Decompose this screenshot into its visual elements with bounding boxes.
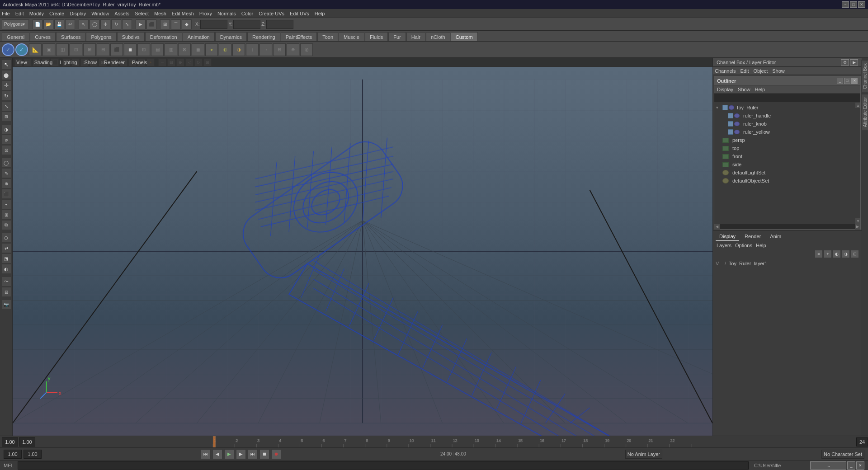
paint-weights-btn[interactable]: ◐ — [1, 264, 11, 274]
shelf-tab-subdivs[interactable]: Subdivs — [117, 32, 145, 41]
shelf-tab-deformation[interactable]: Deformation — [145, 32, 182, 41]
shelf-tab-toon[interactable]: Toon — [317, 32, 338, 41]
menu-mesh[interactable]: Mesh — [154, 11, 166, 16]
shelf-icon-19[interactable]: | — [246, 43, 259, 56]
shelf-icon-3[interactable]: 📐 — [29, 43, 42, 56]
lattice-btn[interactable]: ⬛ — [1, 189, 11, 199]
wrap-btn[interactable]: ⊞ — [1, 210, 11, 220]
layer-menu-help[interactable]: Help — [756, 243, 766, 248]
outliner-hscrollbar[interactable]: ◀ ▶ — [714, 224, 860, 229]
lasso-tool-btn[interactable]: ◯ — [90, 19, 99, 29]
expand-toy-ruler-icon[interactable]: ▾ — [716, 105, 721, 110]
minimize-button[interactable]: − — [842, 1, 849, 8]
no-char-set-dropdown[interactable]: No Character Set — [821, 450, 864, 459]
sculpt-btn[interactable]: ⌀ — [1, 135, 11, 145]
shelf-icon-16[interactable]: ● — [205, 43, 218, 56]
channel-box-settings-btn[interactable]: ⚙ — [841, 59, 849, 66]
shelf-icon-22[interactable]: ⊕ — [287, 43, 299, 56]
channel-box-tab[interactable]: Channel Box — [861, 60, 868, 92]
menu-normals[interactable]: Normals — [217, 11, 236, 16]
menu-proxy[interactable]: Proxy — [199, 11, 212, 16]
outliner-max-btn[interactable]: □ — [844, 78, 850, 84]
cb-menu-edit[interactable]: Edit — [740, 68, 749, 74]
shelf-tab-curves[interactable]: Curves — [30, 32, 56, 41]
shelf-icon-8[interactable]: ⊟ — [97, 43, 109, 56]
bind-btn[interactable]: ⬔ — [1, 254, 11, 263]
shelf-tab-surfaces[interactable]: Surfaces — [56, 32, 85, 41]
snap-point-btn[interactable]: ◆ — [182, 19, 192, 29]
menu-file[interactable]: File — [2, 11, 10, 16]
outliner-scroll-down-btn[interactable]: ▼ — [855, 218, 860, 224]
play-btn[interactable]: ▶ — [224, 449, 234, 459]
undo-btn[interactable]: ↩ — [65, 19, 75, 29]
outliner-scrollbar[interactable]: ▲ ▼ — [855, 103, 860, 224]
outliner-item-default-light-set[interactable]: defaultLightSet — [714, 169, 855, 177]
layer-tab-anim[interactable]: Anim — [766, 233, 785, 241]
attr-editor-tab[interactable]: Attribute Editor — [861, 94, 868, 130]
shelf-icon-7[interactable]: ⊞ — [83, 43, 96, 56]
menu-create-uvs[interactable]: Create UVs — [259, 11, 284, 16]
taskbar-close-btn[interactable]: ✕ — [856, 461, 864, 470]
shelf-tab-dynamics[interactable]: Dynamics — [215, 32, 247, 41]
outliner-item-toy-ruler[interactable]: ▾ Toy_Ruler — [714, 103, 855, 112]
menu-display[interactable]: Display — [70, 11, 86, 16]
shelf-icon-4[interactable]: ▣ — [42, 43, 55, 56]
move-tool-btn[interactable]: ✛ — [100, 19, 110, 29]
next-frame-btn[interactable]: ▶ — [236, 449, 246, 459]
ipr-btn[interactable]: ⬛ — [146, 19, 156, 29]
timeline-end-input[interactable]: 24 — [856, 437, 868, 446]
rotate-btn[interactable]: ↻ — [1, 91, 11, 101]
shelf-tab-custom[interactable]: Custom — [451, 32, 478, 41]
layer-tab-render[interactable]: Render — [741, 233, 764, 241]
outliner-close-btn[interactable]: ✕ — [851, 78, 858, 84]
wire-btn[interactable]: ⌁ — [1, 199, 11, 209]
menu-edit[interactable]: Edit — [15, 11, 24, 16]
layer-icon-5[interactable]: ⊡ — [851, 250, 859, 258]
render-btn[interactable]: ▶ — [136, 19, 146, 29]
joint-btn[interactable]: ⬡ — [1, 233, 11, 243]
cb-menu-show[interactable]: Show — [772, 68, 785, 74]
shelf-icon-6[interactable]: ⊡ — [70, 43, 82, 56]
select-btn[interactable]: ↖ — [1, 60, 11, 70]
blend-btn[interactable]: ⧉ — [1, 220, 11, 230]
channel-box-expand-btn[interactable]: ▶ — [850, 59, 858, 66]
outliner-item-ruler-handle[interactable]: ruler_handle — [714, 112, 855, 120]
save-file-btn[interactable]: 💾 — [54, 19, 64, 29]
cluster-btn[interactable]: ⊕ — [1, 179, 11, 188]
shelf-tab-hair[interactable]: Hair — [406, 32, 425, 41]
mode-dropdown[interactable]: Polygons▾ — [2, 19, 29, 29]
shelf-icon-5[interactable]: ◫ — [56, 43, 69, 56]
shelf-icon-13[interactable]: ▥ — [165, 43, 177, 56]
menu-create[interactable]: Create — [49, 11, 64, 16]
surface-btn[interactable]: ⊟ — [1, 287, 11, 297]
command-input[interactable] — [18, 461, 749, 470]
cb-menu-object[interactable]: Object — [753, 68, 768, 74]
cb-menu-channels[interactable]: Channels — [715, 68, 736, 74]
paint-btn[interactable]: ✎ — [1, 168, 11, 178]
menu-help[interactable]: Help — [315, 11, 325, 16]
close-button[interactable]: ✕ — [858, 1, 865, 8]
outliner-scroll-up-btn[interactable]: ▲ — [855, 103, 860, 108]
shelf-icon-14[interactable]: ⊠ — [178, 43, 191, 56]
shelf-icon-17[interactable]: ◐ — [219, 43, 231, 56]
menu-select[interactable]: Select — [135, 11, 149, 16]
timeline-current-input[interactable]: 1.00 — [19, 437, 35, 446]
playback-end-frame[interactable]: 1.00 — [24, 450, 42, 459]
viewport-menu-panels[interactable]: Panels — [132, 60, 147, 65]
menu-assets[interactable]: Assets — [114, 11, 129, 16]
stop-btn[interactable]: ⏹ — [259, 449, 269, 459]
next-key-btn[interactable]: ⏭ — [248, 449, 258, 459]
outliner-item-persp[interactable]: persp — [714, 136, 855, 144]
shelf-icon-9[interactable]: ⬛ — [110, 43, 123, 56]
outliner-min-btn[interactable]: _ — [837, 78, 843, 84]
viewport-menu-view[interactable]: View — [16, 60, 27, 65]
shelf-icon-15[interactable]: ▦ — [192, 43, 204, 56]
shelf-tab-painteffects[interactable]: PaintEffects — [281, 32, 317, 41]
lasso-btn[interactable]: ◯ — [1, 158, 11, 168]
layer-icon-4[interactable]: ◑ — [842, 250, 850, 258]
outliner-item-front[interactable]: front — [714, 152, 855, 160]
shelf-icon-1[interactable]: ✓ — [2, 43, 14, 56]
outliner-search-input[interactable] — [714, 94, 860, 103]
outliner-item-default-object-set[interactable]: defaultObjectSet — [714, 177, 855, 185]
menu-edit-uvs[interactable]: Edit UVs — [290, 11, 309, 16]
